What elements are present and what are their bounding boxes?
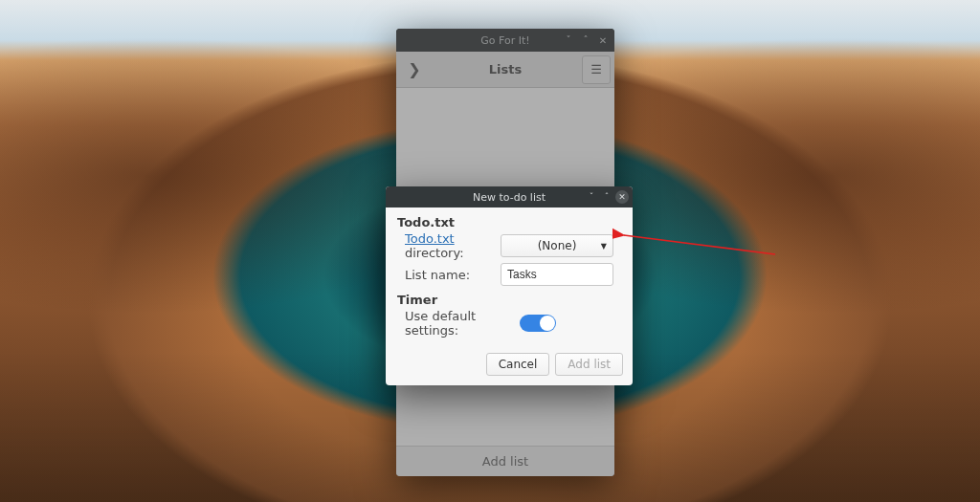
list-name-label: List name: [397,268,501,282]
dialog-footer: Cancel Add list [386,345,633,385]
directory-rest: directory: [405,246,464,260]
section-timer: Timer [397,289,623,309]
todo-txt-link[interactable]: Todo.txt [405,231,455,246]
section-todo: Todo.txt [397,211,623,231]
directory-chooser[interactable]: (None) ▼ [501,234,613,257]
chevron-down-icon: ▼ [601,242,607,251]
dialog-minimize-icon[interactable]: ˇ [585,190,598,204]
cancel-label: Cancel [499,358,538,371]
list-name-input[interactable] [501,263,613,286]
cancel-button[interactable]: Cancel [486,353,550,376]
use-default-toggle[interactable] [520,315,556,332]
toggle-knob [540,316,555,331]
dialog-body: Todo.txt Todo.txt directory: (None) ▼ Li… [386,207,633,345]
dialog-title: New to-do list [473,191,546,204]
directory-label: Todo.txt directory: [397,231,501,260]
new-todo-list-dialog: New to-do list ˇ ˆ ✕ Todo.txt Todo.txt d… [386,186,633,385]
dialog-maximize-icon[interactable]: ˆ [600,190,613,204]
use-default-label: Use default settings: [397,309,520,338]
list-name-row: List name: [397,260,623,289]
directory-value: (None) [538,239,577,252]
add-list-label: Add list [568,358,611,371]
use-default-row: Use default settings: [397,309,623,338]
directory-row: Todo.txt directory: (None) ▼ [397,231,623,260]
dialog-titlebar: New to-do list ˇ ˆ ✕ [386,186,633,207]
dialog-close-icon[interactable]: ✕ [615,190,629,204]
add-list-button[interactable]: Add list [555,353,623,376]
